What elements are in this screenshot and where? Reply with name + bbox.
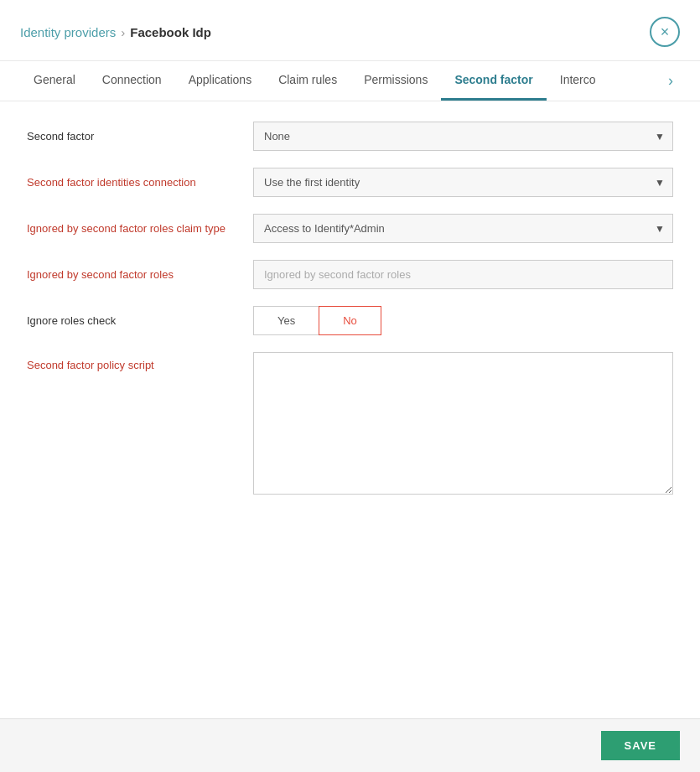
ignored-claim-type-select-wrapper: Access to Identify*Admin ▼	[253, 214, 673, 243]
second-factor-row: Second factor None TOTP SMS Email ▼	[27, 122, 673, 151]
ignored-roles-input[interactable]	[253, 260, 673, 289]
tab-claim-rules[interactable]: Claim rules	[265, 61, 350, 101]
page-footer: SAVE	[0, 718, 700, 772]
breadcrumb-separator: ›	[121, 25, 125, 39]
ignore-roles-check-control: Yes No	[253, 306, 673, 335]
script-textarea[interactable]	[253, 352, 673, 495]
ignore-roles-check-row: Ignore roles check Yes No	[27, 306, 673, 335]
ignore-roles-check-label: Ignore roles check	[27, 314, 253, 327]
breadcrumb-current: Facebook Idp	[130, 25, 211, 39]
yes-button[interactable]: Yes	[253, 306, 319, 335]
ignored-claim-type-select[interactable]: Access to Identify*Admin	[253, 214, 673, 243]
close-button[interactable]: ×	[650, 17, 680, 47]
identities-connection-row: Second factor identities connection Use …	[27, 168, 673, 197]
ignored-claim-type-row: Ignored by second factor roles claim typ…	[27, 214, 673, 243]
script-label: Second factor policy script	[27, 352, 253, 371]
identities-connection-select[interactable]: Use the first identity Use a different i…	[253, 168, 673, 197]
tab-scroll-right-icon[interactable]: ›	[661, 65, 680, 96]
ignored-claim-type-control: Access to Identify*Admin ▼	[253, 214, 673, 243]
tab-interco[interactable]: Interco	[547, 61, 609, 101]
yes-no-toggle: Yes No	[253, 306, 673, 335]
tab-bar: General Connection Applications Claim ru…	[0, 61, 700, 101]
second-factor-control: None TOTP SMS Email ▼	[253, 122, 673, 151]
main-content: Second factor None TOTP SMS Email ▼ Seco…	[0, 101, 700, 531]
tab-permissions[interactable]: Permissions	[350, 61, 441, 101]
second-factor-label: Second factor	[27, 130, 253, 142]
identities-connection-control: Use the first identity Use a different i…	[253, 168, 673, 197]
ignored-roles-control	[253, 260, 673, 289]
ignored-roles-row: Ignored by second factor roles	[27, 260, 673, 289]
tab-general[interactable]: General	[20, 61, 89, 101]
ignored-claim-type-label: Ignored by second factor roles claim typ…	[27, 222, 253, 235]
tab-connection[interactable]: Connection	[89, 61, 175, 101]
identities-connection-select-wrapper: Use the first identity Use a different i…	[253, 168, 673, 197]
identities-connection-label: Second factor identities connection	[27, 176, 253, 189]
close-icon: ×	[661, 23, 670, 41]
page-header: Identity providers › Facebook Idp ×	[0, 0, 700, 61]
ignored-roles-label: Ignored by second factor roles	[27, 268, 253, 281]
second-factor-select[interactable]: None TOTP SMS Email	[253, 122, 673, 151]
second-factor-select-wrapper: None TOTP SMS Email ▼	[253, 122, 673, 151]
tab-second-factor[interactable]: Second factor	[441, 61, 546, 101]
save-button[interactable]: SAVE	[601, 731, 680, 760]
breadcrumb-link[interactable]: Identity providers	[20, 25, 116, 39]
no-button[interactable]: No	[319, 306, 381, 335]
script-row: Second factor policy script	[27, 352, 673, 495]
breadcrumb: Identity providers › Facebook Idp	[20, 25, 211, 39]
tab-applications[interactable]: Applications	[175, 61, 266, 101]
